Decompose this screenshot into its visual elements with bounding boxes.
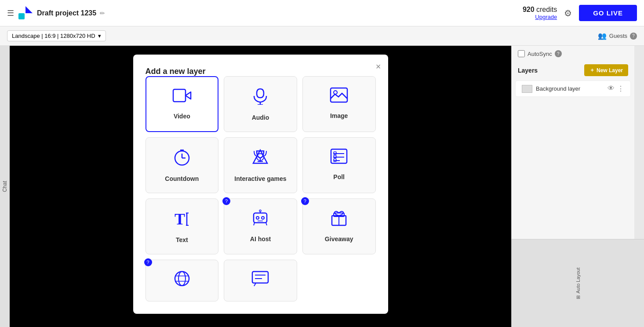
layer-thumbnail	[522, 85, 532, 93]
svg-point-29	[256, 217, 259, 219]
audio-icon	[252, 87, 268, 109]
image-icon	[330, 87, 348, 107]
layer-option-countdown[interactable]: Countdown	[146, 137, 219, 193]
auto-layout-label: ⊞ Auto Layout	[575, 268, 581, 299]
interactive-icon	[251, 148, 269, 170]
giveaway-badge: ?	[301, 197, 309, 205]
layers-header: Layers ＋ New Layer	[512, 62, 634, 79]
svg-marker-1	[25, 6, 33, 13]
auto-layout-sidebar[interactable]: ⊞ Auto Layout	[511, 239, 644, 327]
globe-icon	[173, 271, 191, 290]
credits-amount: 920	[523, 6, 535, 13]
credits-area: 920 credits Upgrade	[523, 6, 557, 20]
right-panel-header: AutoSync ?	[512, 46, 634, 62]
chat-label: Chat	[2, 181, 8, 192]
canvas-area: Add a new layer × Video	[10, 46, 511, 327]
layers-title: Layers	[518, 67, 538, 74]
countdown-label: Countdown	[165, 175, 199, 182]
countdown-icon	[173, 148, 191, 170]
more-icon[interactable]: ⋮	[617, 85, 624, 93]
modal-title: Add a new layer	[146, 67, 206, 76]
secondbar: Landscape | 16:9 | 1280x720 HD ▾ 👥 Guest…	[0, 26, 644, 46]
edit-icon[interactable]: ✏	[100, 10, 105, 17]
right-panel: AutoSync ? Layers ＋ New Layer Background…	[511, 46, 634, 239]
svg-point-38	[178, 272, 186, 286]
svg-point-30	[262, 217, 264, 219]
layer-actions: 👁 ⋮	[608, 85, 624, 93]
layer-option-video[interactable]: Video	[146, 76, 219, 132]
main-area: Chat Add a new layer ×	[0, 46, 644, 327]
layer-option-text[interactable]: T Text	[146, 198, 219, 254]
guests-help-icon: ?	[630, 33, 637, 40]
hamburger-icon[interactable]: ☰	[7, 8, 14, 18]
layer-grid: Video Audio	[146, 76, 376, 254]
guests-icon: 👥	[598, 32, 607, 40]
giveaway-icon	[330, 209, 348, 230]
layer-option-globe[interactable]: ?	[146, 260, 219, 301]
new-layer-plus-icon: ＋	[589, 66, 595, 74]
poll-icon	[330, 148, 348, 168]
layer-option-aihost[interactable]: ? AI host	[224, 198, 297, 254]
project-title: Draft project 1235	[37, 9, 96, 17]
guests-label: Guests	[609, 33, 627, 39]
auto-layout-icon: ⊞	[575, 295, 581, 299]
svg-marker-3	[186, 92, 191, 99]
layer-option-image[interactable]: Image	[302, 76, 376, 132]
svg-rect-2	[173, 89, 186, 102]
aihost-icon	[251, 209, 269, 230]
svg-rect-0	[18, 13, 25, 19]
new-layer-button[interactable]: ＋ New Layer	[584, 64, 628, 76]
layer-name: Background layer	[536, 85, 604, 92]
layer-grid-bottom: ?	[146, 260, 376, 301]
layer-option-audio[interactable]: Audio	[224, 76, 297, 132]
layer-option-poll[interactable]: Poll	[302, 137, 376, 193]
text-icon: T	[174, 209, 190, 231]
autosync-checkbox[interactable]	[518, 50, 525, 57]
layer-option-chat[interactable]	[224, 260, 297, 301]
go-live-button[interactable]: GO LIVE	[579, 5, 637, 21]
poll-label: Poll	[333, 173, 345, 180]
chat-sidebar[interactable]: Chat	[0, 46, 10, 327]
layer-item-background[interactable]: Background layer 👁 ⋮	[515, 81, 631, 97]
chevron-down-icon: ▾	[98, 33, 101, 39]
globe-badge: ?	[144, 258, 152, 266]
chat-icon	[251, 271, 269, 290]
autosync-label: AutoSync	[528, 51, 552, 57]
logo-icon	[18, 5, 33, 21]
aihost-label: AI host	[250, 235, 271, 242]
video-label: Video	[174, 113, 190, 120]
video-icon	[172, 88, 192, 107]
autosync-area: AutoSync ?	[518, 50, 562, 57]
svg-point-37	[175, 272, 189, 286]
upgrade-link[interactable]: Upgrade	[523, 14, 557, 20]
guests-area[interactable]: 👥 Guests ?	[598, 32, 637, 40]
layer-option-interactive[interactable]: Interactive games	[224, 137, 297, 193]
topbar-left: ☰ Draft project 1235 ✏	[7, 5, 517, 21]
topbar-right: 920 credits Upgrade ⚙ GO LIVE	[523, 5, 637, 21]
giveaway-label: Giveaway	[325, 235, 353, 242]
add-layer-modal: Add a new layer × Video	[133, 55, 388, 314]
aihost-badge: ?	[222, 197, 230, 205]
image-label: Image	[330, 112, 348, 119]
visibility-icon[interactable]: 👁	[608, 85, 615, 93]
resolution-label: Landscape | 16:9 | 1280x720 HD	[12, 33, 95, 39]
text-label: Text	[176, 236, 188, 243]
interactive-label: Interactive games	[234, 175, 286, 182]
resolution-select[interactable]: Landscape | 16:9 | 1280x720 HD ▾	[7, 30, 106, 41]
modal-overlay: Add a new layer × Video	[10, 46, 511, 327]
layer-option-giveaway[interactable]: ? Giveaway	[302, 198, 376, 254]
svg-text:T: T	[175, 210, 185, 227]
svg-rect-41	[252, 272, 268, 283]
audio-label: Audio	[252, 114, 269, 121]
svg-rect-6	[331, 88, 347, 102]
topbar: ☰ Draft project 1235 ✏ 920 credits Upgra…	[0, 0, 644, 26]
autosync-help-icon: ?	[555, 50, 562, 57]
modal-close-button[interactable]: ×	[376, 62, 381, 72]
credits-label: credits	[536, 6, 557, 13]
svg-point-7	[334, 91, 337, 94]
svg-point-32	[259, 210, 261, 212]
settings-icon[interactable]: ⚙	[564, 8, 572, 18]
new-layer-label: New Layer	[597, 67, 623, 73]
